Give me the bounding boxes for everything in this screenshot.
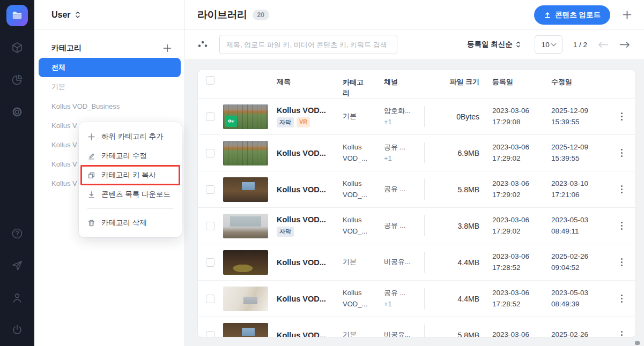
account-icon[interactable]	[6, 287, 28, 309]
video-modified-date: 2025-02-26	[544, 329, 608, 337]
sliders-icon	[197, 39, 208, 50]
settings-gear-icon[interactable]	[6, 101, 28, 123]
video-file-size: 4.4MB	[425, 258, 485, 267]
menu-item-trash[interactable]: 카테고리 삭제	[79, 213, 182, 232]
video-file-size: 4.4MB	[425, 295, 485, 303]
power-icon[interactable]	[6, 319, 28, 341]
scrollbar-corner[interactable]	[635, 341, 640, 345]
row-more-button[interactable]	[619, 220, 625, 232]
table-row[interactable]: Kollus VOD... 자막 Kollus VOD_... 공유 ... 3…	[198, 207, 635, 244]
category-item[interactable]: 기본	[39, 77, 181, 96]
video-thumbnail[interactable]	[223, 214, 268, 238]
category-item[interactable]: Kollus VOD_Business	[39, 96, 181, 116]
row-checkbox[interactable]	[206, 112, 214, 121]
video-registered-date: 2023-03-0617:29:02	[485, 178, 544, 201]
workspace-switcher[interactable]: User	[34, 0, 184, 30]
video-registered-date: 2023-03-0617:29:08	[485, 106, 544, 128]
page-indicator: 1 / 2	[573, 41, 587, 49]
next-page-button[interactable]	[619, 41, 630, 48]
table-row[interactable]: Kollus VOD... 기본 비공유... 5.8MB 2023-03-06…	[198, 317, 635, 337]
video-channel: 공유 ...+1	[384, 281, 425, 317]
edit-icon	[87, 152, 95, 160]
search-input[interactable]	[219, 35, 397, 54]
video-modified-date: 2023-03-1017:21:06	[544, 178, 608, 201]
table-row[interactable]: Kollus VOD... 자막VR 기본 암호화...+1 0Bytes 20…	[198, 98, 635, 134]
add-category-button[interactable]	[162, 43, 172, 53]
video-thumbnail[interactable]	[223, 287, 268, 311]
select-all-checkbox[interactable]	[206, 76, 214, 85]
row-checkbox[interactable]	[206, 295, 214, 303]
library-table-card: 제목 카테고리 채널 파일 크기 등록일 수정일 Kollus VOD... 자…	[197, 70, 636, 337]
row-more-button[interactable]	[619, 256, 625, 268]
video-thumbnail[interactable]	[223, 250, 268, 275]
analytics-pie-icon[interactable]	[6, 69, 28, 91]
row-checkbox[interactable]	[206, 149, 214, 157]
video-thumbnail[interactable]	[223, 141, 268, 166]
app-rail	[0, 0, 34, 346]
row-checkbox[interactable]	[206, 222, 214, 230]
prev-page-button[interactable]	[598, 41, 609, 48]
media-cube-icon[interactable]	[6, 37, 28, 58]
subtitle-badge: 자막	[277, 117, 294, 127]
help-icon[interactable]	[6, 223, 28, 244]
row-more-button[interactable]	[619, 329, 625, 337]
video-channel: 공유 ...+1	[384, 135, 425, 171]
copy-icon	[87, 171, 95, 179]
video-modified-date: 2025-12-0915:39:55	[544, 142, 608, 164]
row-checkbox[interactable]	[206, 258, 214, 267]
table-row[interactable]: Kollus VOD... 기본 비공유... 4.4MB 2023-03-06…	[198, 244, 635, 280]
video-category: Kollus VOD_...	[343, 142, 384, 163]
upload-content-button[interactable]: 콘텐츠 업로드	[534, 5, 610, 25]
menu-item-copy[interactable]: 카테고리 키 복사	[79, 166, 182, 185]
video-title[interactable]: Kollus VOD...	[277, 185, 338, 194]
badge-list: 자막	[277, 227, 338, 237]
video-title[interactable]: Kollus VOD...	[277, 331, 338, 338]
sort-order-control[interactable]: 등록일 최신순	[467, 40, 521, 49]
row-more-button[interactable]	[619, 183, 625, 195]
table-row[interactable]: Kollus VOD... Kollus VOD_... 공유 ... 5.8M…	[198, 171, 635, 207]
category-item[interactable]: 전체	[39, 58, 181, 77]
menu-item-edit[interactable]: 카테고리 수정	[79, 146, 182, 166]
row-more-button[interactable]	[619, 147, 625, 159]
filter-button[interactable]	[197, 39, 208, 50]
col-channel: 채널	[384, 70, 425, 87]
row-checkbox[interactable]	[206, 185, 214, 194]
row-more-button[interactable]	[619, 110, 625, 123]
video-registered-date: 2023-03-0617:29:02	[485, 142, 544, 164]
table-row[interactable]: Kollus VOD... Kollus VOD_... 공유 ...+1 4.…	[198, 280, 635, 317]
video-title[interactable]: Kollus VOD...	[277, 258, 338, 267]
video-file-size: 5.8MB	[425, 185, 485, 194]
content-count-badge: 20	[253, 10, 269, 20]
row-more-button[interactable]	[619, 292, 625, 305]
video-category: Kollus VOD_...	[343, 215, 384, 236]
video-file-size: 5.8MB	[425, 331, 485, 338]
video-title[interactable]: Kollus VOD...	[277, 106, 338, 115]
col-registered: 등록일	[485, 70, 544, 87]
video-title[interactable]: Kollus VOD...	[277, 215, 338, 224]
row-checkbox[interactable]	[206, 331, 214, 338]
video-thumbnail[interactable]	[223, 104, 268, 129]
video-thumbnail[interactable]	[223, 177, 268, 202]
video-channel: 공유 ...	[384, 208, 425, 244]
subtitle-badge: 자막	[277, 227, 294, 237]
add-content-button[interactable]	[622, 10, 632, 20]
send-icon[interactable]	[6, 255, 28, 276]
category-context-menu: 하위 카테고리 추가카테고리 수정카테고리 키 복사콘텐츠 목록 다운로드카테고…	[79, 122, 182, 237]
page-size-select[interactable]: 10	[535, 35, 562, 54]
video-title[interactable]: Kollus VOD...	[277, 149, 338, 157]
library-folder-icon[interactable]	[6, 5, 28, 26]
menu-item-download[interactable]: 콘텐츠 목록 다운로드	[79, 185, 182, 204]
col-modified: 수정일	[544, 70, 608, 87]
badge-list: 자막VR	[277, 117, 338, 127]
video-modified-date: 2025-02-2609:04:52	[544, 251, 608, 274]
video-registered-date: 2023-03-06	[485, 329, 544, 337]
chevron-updown-icon	[516, 41, 521, 48]
vr-badge: VR	[297, 117, 310, 127]
table-row[interactable]: Kollus VOD... Kollus VOD_... 공유 ...+1 6.…	[198, 134, 635, 171]
plus-icon	[162, 43, 172, 53]
video-registered-date: 2023-03-0617:28:52	[485, 288, 544, 310]
menu-item-plus[interactable]: 하위 카테고리 추가	[79, 127, 182, 146]
video-thumbnail[interactable]	[223, 323, 268, 338]
video-channel: 비공유...	[384, 244, 425, 280]
video-title[interactable]: Kollus VOD...	[277, 295, 338, 303]
